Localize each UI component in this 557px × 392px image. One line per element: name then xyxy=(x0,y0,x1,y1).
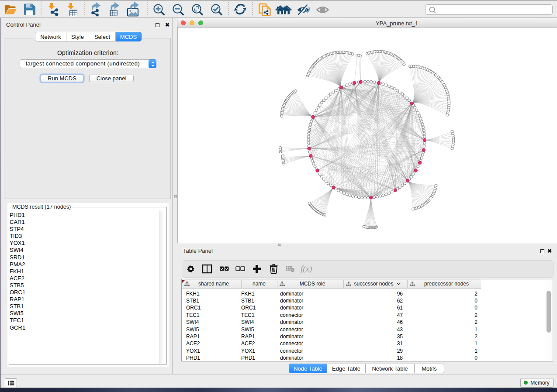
svg-text:f(x): f(x) xyxy=(301,264,312,274)
